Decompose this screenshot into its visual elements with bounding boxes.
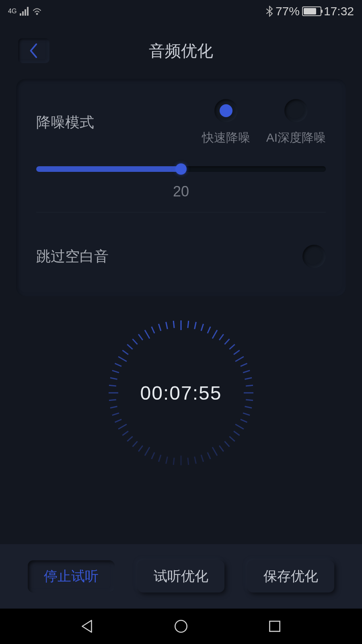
chevron-left-icon <box>29 43 39 59</box>
status-left: 4G <box>8 7 42 16</box>
slider-value: 20 <box>36 183 326 200</box>
nav-recent-icon[interactable] <box>266 618 283 635</box>
radio-circle-icon <box>214 99 238 122</box>
noise-mode-radio-group: 快速降噪 AI深度降噪 <box>202 99 326 146</box>
network-type: 4G <box>8 8 16 14</box>
skip-silence-row: 跳过空白音 <box>16 213 346 268</box>
bottom-action-bar: 停止试听 试听优化 保存优化 <box>0 544 362 609</box>
page-title: 音频优化 <box>149 40 213 62</box>
radio-label: AI深度降噪 <box>266 130 326 146</box>
bluetooth-icon <box>266 6 273 17</box>
noise-mode-label: 降噪模式 <box>36 113 202 132</box>
timer-section: 00:07:55 <box>0 320 362 465</box>
status-right: 77% 17:32 <box>266 4 354 18</box>
network-indicator: 4G <box>8 8 16 14</box>
radio-fast-noise[interactable]: 快速降噪 <box>202 99 250 146</box>
radio-ai-noise[interactable]: AI深度降噪 <box>266 99 326 146</box>
svg-rect-1 <box>270 621 280 631</box>
nav-home-icon[interactable] <box>173 618 189 635</box>
battery-percent: 77% <box>276 4 300 18</box>
noise-mode-row: 降噪模式 快速降噪 AI深度降噪 <box>16 99 346 146</box>
slider-track <box>36 166 326 172</box>
back-button[interactable] <box>18 38 49 63</box>
signal-icon <box>20 7 29 16</box>
battery-icon <box>302 6 321 16</box>
slider-fill <box>36 166 181 172</box>
clock-time: 17:32 <box>324 4 354 18</box>
status-bar: 4G 77% 17:32 <box>0 0 362 23</box>
android-nav-bar <box>0 609 362 644</box>
tick-marks <box>109 320 253 465</box>
radio-circle-icon <box>284 99 308 122</box>
svg-point-0 <box>175 620 187 632</box>
nav-back-icon[interactable] <box>79 618 96 635</box>
preview-optimize-button[interactable]: 试听优化 <box>138 560 224 592</box>
wifi-icon <box>32 7 42 15</box>
radio-label: 快速降噪 <box>202 130 250 146</box>
settings-card: 降噪模式 快速降噪 AI深度降噪 20 跳过空白音 <box>16 79 346 296</box>
skip-silence-toggle[interactable] <box>302 245 326 268</box>
timer-dial: 00:07:55 <box>109 320 253 465</box>
stop-preview-button[interactable]: 停止试听 <box>28 560 115 592</box>
title-bar: 音频优化 <box>0 31 362 71</box>
save-optimize-button[interactable]: 保存优化 <box>247 560 334 592</box>
skip-silence-label: 跳过空白音 <box>36 247 109 266</box>
slider-thumb[interactable] <box>175 163 187 175</box>
noise-slider[interactable]: 20 <box>16 146 346 200</box>
